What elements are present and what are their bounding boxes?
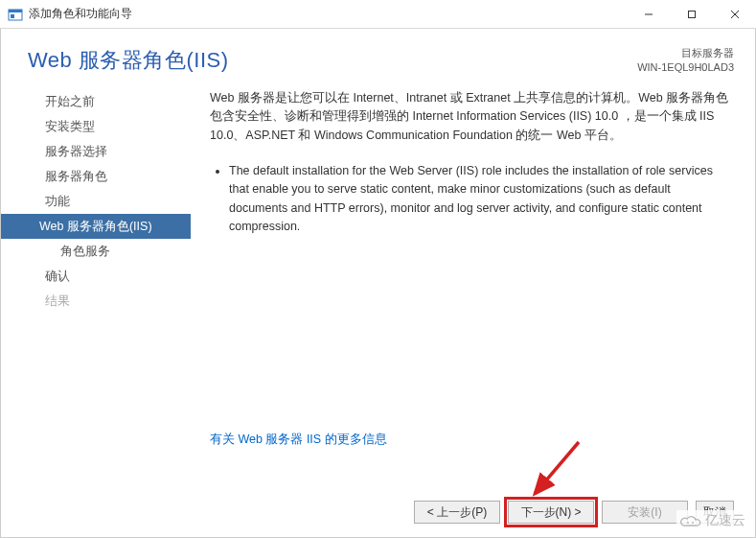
nav-item-5[interactable]: Web 服务器角色(IIS) [1, 214, 191, 239]
nav-item-7[interactable]: 确认 [1, 264, 191, 289]
more-info-link[interactable]: 有关 Web 服务器 IIS 的更多信息 [210, 431, 387, 449]
target-server-box: 目标服务器 WIN-1EQL9H0LAD3 [637, 46, 734, 76]
window-controls [627, 0, 756, 28]
watermark: 亿速云 [676, 510, 749, 531]
next-button[interactable]: 下一步(N) > [508, 501, 594, 524]
svg-point-9 [692, 522, 694, 524]
body-row: 开始之前安装类型服务器选择服务器角色功能Web 服务器角色(IIS)角色服务确认… [1, 83, 755, 456]
target-label: 目标服务器 [637, 46, 734, 60]
install-button: 安装(I) [602, 501, 688, 524]
page-title: Web 服务器角色(IIS) [28, 46, 637, 75]
previous-button[interactable]: < 上一步(P) [414, 501, 500, 524]
nav-item-4[interactable]: 功能 [1, 189, 191, 214]
nav-item-0[interactable]: 开始之前 [1, 89, 191, 114]
minimize-button[interactable] [627, 0, 670, 28]
nav-item-1[interactable]: 安装类型 [1, 114, 191, 139]
nav-item-3[interactable]: 服务器角色 [1, 164, 191, 189]
wizard-nav: 开始之前安装类型服务器选择服务器角色功能Web 服务器角色(IIS)角色服务确认… [1, 83, 191, 456]
svg-rect-1 [9, 10, 22, 12]
nav-item-2[interactable]: 服务器选择 [1, 139, 191, 164]
header-row: Web 服务器角色(IIS) 目标服务器 WIN-1EQL9H0LAD3 [1, 29, 755, 83]
svg-rect-2 [11, 14, 14, 18]
cloud-icon [680, 513, 701, 528]
svg-point-8 [687, 522, 689, 524]
close-button[interactable] [713, 0, 756, 28]
titlebar: 添加角色和功能向导 [0, 0, 756, 29]
watermark-text: 亿速云 [705, 512, 745, 529]
window-title: 添加角色和功能向导 [29, 6, 627, 22]
client-area: Web 服务器角色(IIS) 目标服务器 WIN-1EQL9H0LAD3 开始之… [0, 29, 756, 538]
nav-item-8: 结果 [1, 289, 191, 314]
notes-list: The default installation for the Web Ser… [219, 162, 732, 237]
content-pane: Web 服务器是让您可以在 Internet、Intranet 或 Extran… [191, 83, 755, 456]
maximize-button[interactable] [670, 0, 713, 28]
app-icon [8, 7, 23, 22]
note-item-0: The default installation for the Web Ser… [229, 162, 732, 237]
svg-rect-4 [688, 11, 695, 17]
nav-item-6[interactable]: 角色服务 [1, 239, 191, 264]
intro-text: Web 服务器是让您可以在 Internet、Intranet 或 Extran… [210, 89, 732, 145]
target-value: WIN-1EQL9H0LAD3 [637, 60, 734, 75]
